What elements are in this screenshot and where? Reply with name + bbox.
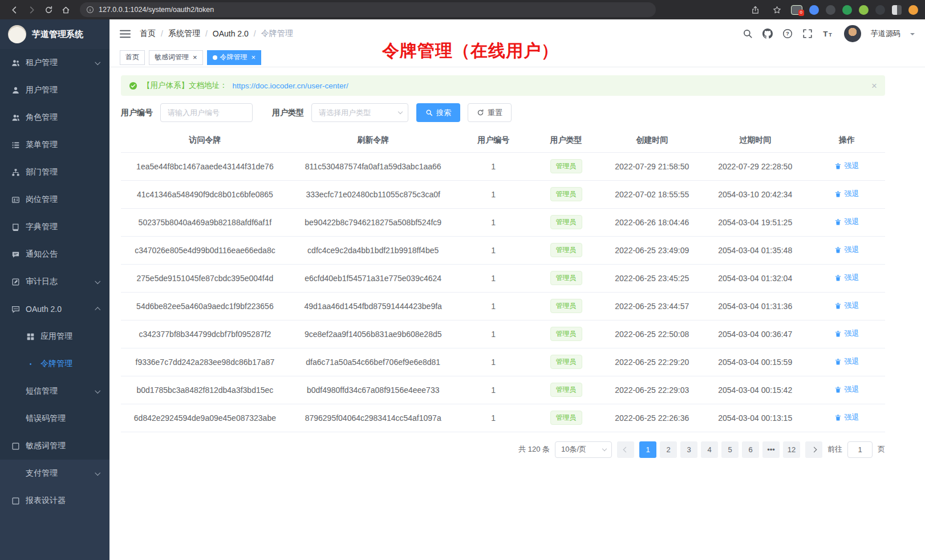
cell-created-time: 2022-06-25 22:29:20 <box>602 348 701 376</box>
help-icon[interactable]: ? <box>782 29 793 39</box>
force-logout-button[interactable]: 强退 <box>834 412 859 423</box>
alert-close-icon[interactable]: × <box>871 81 877 91</box>
sidebar-nav-bottom: 支付管理报表设计器 <box>0 460 109 560</box>
breadcrumb-separator: / <box>205 29 208 38</box>
trash-icon <box>834 330 842 338</box>
user-type-select[interactable]: 请选择用户类型 <box>311 103 408 122</box>
page-size-select[interactable]: 10条/页 <box>555 441 612 458</box>
page-button-12[interactable]: 12 <box>783 441 800 458</box>
page-button-3[interactable]: 3 <box>680 441 697 458</box>
sidebar-item-report-designer[interactable]: 报表设计器 <box>0 487 109 514</box>
user-type-badge: 管理员 <box>550 355 582 369</box>
sidebar-item-user[interactable]: 用户管理 <box>0 76 109 104</box>
breadcrumb-item[interactable]: OAuth 2.0 <box>213 29 249 38</box>
force-logout-label: 强退 <box>844 161 859 171</box>
font-size-icon[interactable]: TT <box>822 29 833 39</box>
sidebar-item-audit-log[interactable]: 审计日志 <box>0 268 109 295</box>
extension-icon-4[interactable] <box>842 5 852 15</box>
breadcrumb-item[interactable]: 首页 <box>140 29 156 39</box>
breadcrumb-item[interactable]: 系统管理 <box>168 29 200 39</box>
back-icon[interactable] <box>7 2 22 17</box>
trash-icon <box>834 358 842 366</box>
user-type-badge: 管理员 <box>550 215 582 229</box>
page-button-2[interactable]: 2 <box>660 441 677 458</box>
close-icon[interactable]: × <box>193 54 197 61</box>
search-icon[interactable] <box>743 29 753 39</box>
page-button-6[interactable]: 6 <box>742 441 759 458</box>
extension-icon-5[interactable] <box>859 5 869 15</box>
share-icon[interactable] <box>748 2 762 17</box>
sidebar-item-sensitive-word[interactable]: 敏感词管理 <box>0 432 109 460</box>
theme-split-icon[interactable] <box>892 5 902 15</box>
sidebar-item-oauth2-token[interactable]: 令牌管理 <box>0 350 109 378</box>
extension-icon-6[interactable] <box>875 5 885 15</box>
reset-button[interactable]: 重置 <box>468 103 512 122</box>
alert-link[interactable]: https://doc.iocoder.cn/user-center/ <box>233 82 348 90</box>
sidebar-item-menu[interactable]: 菜单管理 <box>0 131 109 159</box>
page-button-1[interactable]: 1 <box>639 441 656 458</box>
pay-icon <box>11 469 20 478</box>
cell-access-token: 41c41346a548490f9dc8b01c6bfe0865 <box>121 180 289 208</box>
sidebar-item-notice[interactable]: 通知公告 <box>0 241 109 268</box>
page-button-4[interactable]: 4 <box>701 441 718 458</box>
user-avatar[interactable] <box>844 25 861 42</box>
cell-access-token: b0d1785bc3a8482f812db4a3f3bd15ec <box>121 376 289 404</box>
sidebar-item-post[interactable]: 岗位管理 <box>0 186 109 213</box>
forward-icon[interactable] <box>24 2 39 17</box>
info-icon[interactable] <box>86 6 94 14</box>
close-icon[interactable]: × <box>251 54 256 61</box>
force-logout-button[interactable]: 强退 <box>834 189 859 199</box>
force-logout-button[interactable]: 强退 <box>834 161 859 171</box>
force-logout-button[interactable]: 强退 <box>834 328 859 339</box>
force-logout-button[interactable]: 强退 <box>834 245 859 255</box>
sidebar-item-pay[interactable]: 支付管理 <box>0 460 109 487</box>
sidebar-toggle-icon[interactable] <box>120 30 131 38</box>
sidebar-item-label: 租户管理 <box>26 58 58 68</box>
force-logout-button[interactable]: 强退 <box>834 356 859 367</box>
home-icon[interactable] <box>58 2 73 17</box>
trash-icon <box>834 246 842 254</box>
tab-sensitive-word[interactable]: 敏感词管理× <box>149 50 203 65</box>
tab-home[interactable]: 首页 <box>120 50 145 65</box>
page-content: 【用户体系】文档地址： https://doc.iocoder.cn/user-… <box>109 67 925 458</box>
sidebar-item-label: 审计日志 <box>26 277 58 287</box>
svg-text:T: T <box>823 30 828 38</box>
sidebar-item-oauth2[interactable]: OAuth 2.0 <box>0 295 109 323</box>
cell-action: 强退 <box>809 152 885 180</box>
page-button-5[interactable]: 5 <box>721 441 739 458</box>
sidebar-item-oauth2-app[interactable]: 应用管理 <box>0 323 109 350</box>
force-logout-button[interactable]: 强退 <box>834 301 859 311</box>
user-id-input[interactable] <box>160 103 253 122</box>
force-logout-button[interactable]: 强退 <box>834 217 859 227</box>
fullscreen-icon[interactable] <box>802 29 813 39</box>
extension-icon-1[interactable] <box>791 5 802 15</box>
sidebar-item-error-code[interactable]: 错误码管理 <box>0 405 109 432</box>
table-row: 41c41346a548490f9dc8b01c6bfe0865333ecfc7… <box>121 180 885 208</box>
tab-token[interactable]: 令牌管理× <box>207 50 262 65</box>
browser-profile-avatar[interactable] <box>908 5 918 15</box>
sidebar-item-tenant[interactable]: 租户管理 <box>0 49 109 76</box>
prev-page-button[interactable] <box>617 441 634 458</box>
sidebar-item-sms[interactable]: 短信管理 <box>0 378 109 405</box>
extension-icon-3[interactable] <box>826 5 835 15</box>
cell-expire-time: 2054-03-04 01:35:48 <box>701 236 809 264</box>
url-bar[interactable]: 127.0.0.1:1024/system/oauth2/token <box>80 2 656 17</box>
extension-icon-2[interactable] <box>809 5 819 15</box>
force-logout-button[interactable]: 强退 <box>834 273 859 283</box>
user-name[interactable]: 芋道源码 <box>871 29 900 39</box>
cell-action: 强退 <box>809 264 885 292</box>
force-logout-button[interactable]: 强退 <box>834 384 859 395</box>
next-page-button[interactable] <box>805 441 822 458</box>
table-row: 275e5de9151045fe87cbdc395e004f4de6cfd40e… <box>121 264 885 292</box>
search-button[interactable]: 搜索 <box>416 103 460 122</box>
svg-text:T: T <box>829 32 832 38</box>
app-logo[interactable]: 芋道管理系统 <box>0 19 109 49</box>
cell-created-time: 2022-06-25 22:50:08 <box>602 320 701 348</box>
sidebar-item-dept[interactable]: 部门管理 <box>0 159 109 186</box>
refresh-icon[interactable] <box>41 2 56 17</box>
bookmark-star-icon[interactable] <box>769 2 784 17</box>
goto-page-input[interactable] <box>847 441 873 458</box>
sidebar-item-dict[interactable]: 字典管理 <box>0 213 109 241</box>
sidebar-item-role[interactable]: 角色管理 <box>0 104 109 131</box>
github-icon[interactable] <box>762 29 773 39</box>
